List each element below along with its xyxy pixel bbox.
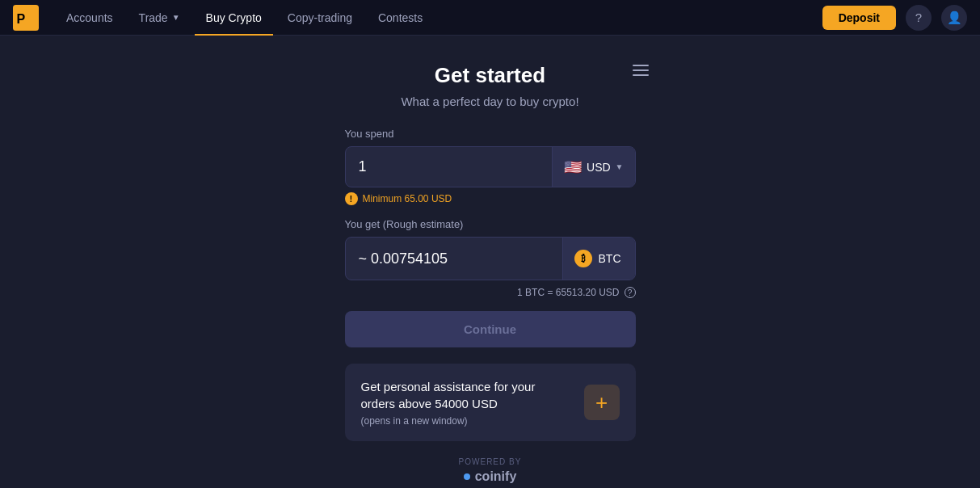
spend-input[interactable] [346,147,553,187]
rate-info-icon[interactable]: ? [625,287,636,298]
error-row: ! Minimum 65.00 USD [345,192,636,205]
coinify-label: coinify [475,469,517,484]
nav-item-contests[interactable]: Contests [367,0,434,36]
nav-item-copy-trading[interactable]: Copy-trading [276,0,364,36]
usd-flag-icon: 🇺🇸 [564,158,582,176]
continue-button[interactable]: Continue [345,311,636,347]
currency-chevron-icon: ▼ [616,162,624,171]
menu-line-3 [633,74,649,76]
help-icon: ? [915,11,922,24]
page-subtitle: What a perfect day to buy crypto! [401,95,578,108]
nav-item-buy-crypto[interactable]: Buy Crypto [195,0,273,36]
buy-form: You spend 🇺🇸 USD ▼ ! Minimum 65.00 USD Y… [345,128,636,484]
assistance-text: Get personal assistance for your orders … [361,378,571,427]
powered-by: POWERED BY coinify [345,457,636,484]
get-prefix: ~ [359,250,372,267]
currency-label: USD [587,161,611,174]
nav-item-accounts[interactable]: Accounts [55,0,124,36]
nav-items: Accounts Trade ▼ Buy Crypto Copy-trading… [55,0,822,36]
get-row: ~ 0.00754105 ₿ BTC [345,237,636,280]
nav-right: Deposit ? 👤 [822,5,967,31]
error-text: Minimum 65.00 USD [363,193,452,204]
menu-lines-button[interactable] [629,61,652,79]
menu-line-2 [633,69,649,71]
assistance-card[interactable]: Get personal assistance for your orders … [345,364,636,441]
get-amount: ~ 0.00754105 [346,239,562,279]
rate-row: 1 BTC = 65513.20 USD ? [345,287,636,298]
get-value: 0.00754105 [371,250,448,267]
rate-text: 1 BTC = 65513.20 USD [517,287,619,298]
page-title: Get started [435,63,545,88]
deposit-button[interactable]: Deposit [822,6,896,30]
btc-label: BTC [599,252,621,265]
menu-line-1 [633,65,649,66]
navbar: P Accounts Trade ▼ Buy Crypto Copy-tradi… [0,0,980,36]
chevron-down-icon: ▼ [172,13,180,22]
assistance-title: Get personal assistance for your orders … [361,378,571,412]
logo[interactable]: P [13,5,39,31]
error-prefix: Minimum [363,193,405,204]
main-content: Get started What a perfect day to buy cr… [0,36,980,488]
powered-by-text: POWERED BY [459,457,522,466]
nav-item-trade[interactable]: Trade ▼ [128,0,191,36]
error-icon: ! [345,192,358,205]
coinify-logo: coinify [464,469,517,484]
svg-text:P: P [16,12,25,26]
user-icon: 👤 [947,11,962,25]
btc-icon: ₿ [574,250,592,267]
assistance-subtitle: (opens in a new window) [361,415,571,427]
currency-selector[interactable]: 🇺🇸 USD ▼ [552,147,634,187]
spend-label: You spend [345,128,636,140]
spend-input-row: 🇺🇸 USD ▼ [345,146,636,187]
user-button[interactable]: 👤 [941,5,967,31]
coinify-dot-icon [464,473,470,480]
plus-icon: + [584,385,620,420]
btc-selector[interactable]: ₿ BTC [562,238,635,280]
error-amount: 65.00 USD [405,193,452,204]
get-label: You get (Rough estimate) [345,218,636,230]
help-button[interactable]: ? [906,5,932,31]
